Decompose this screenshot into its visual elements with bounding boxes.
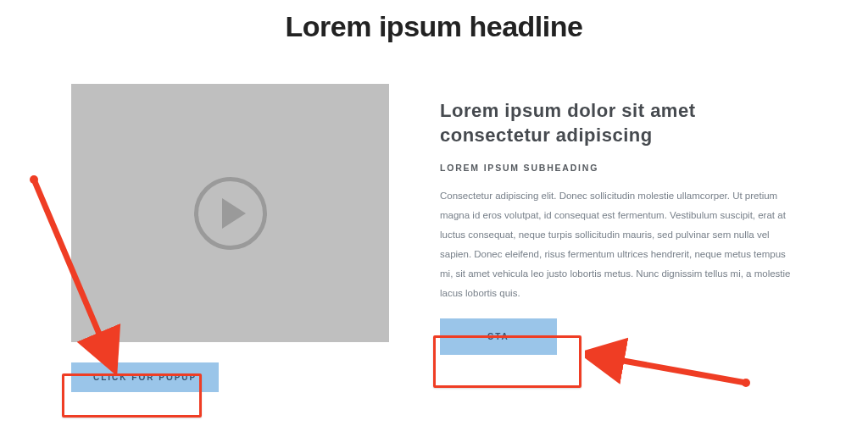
play-icon [194, 177, 267, 250]
section-heading: Lorem ipsum dolor sit amet consectetur a… [440, 99, 797, 147]
left-column: CLICK FOR POPUP [71, 84, 389, 392]
cta-button[interactable]: CTA [440, 318, 557, 355]
popup-button-wrap: CLICK FOR POPUP [71, 362, 389, 392]
cta-button-wrap: CTA [440, 318, 797, 355]
body-copy: Consectetur adipiscing elit. Donec solli… [440, 186, 797, 303]
play-triangle [222, 198, 246, 229]
video-placeholder[interactable] [71, 84, 389, 342]
section-subheading: LOREM IPSUM SUBHEADING [440, 163, 797, 173]
content-area: CLICK FOR POPUP Lorem ipsum dolor sit am… [0, 84, 868, 392]
popup-button[interactable]: CLICK FOR POPUP [71, 362, 219, 392]
page-title: Lorem ipsum headline [0, 0, 868, 43]
right-column: Lorem ipsum dolor sit amet consectetur a… [440, 84, 797, 392]
